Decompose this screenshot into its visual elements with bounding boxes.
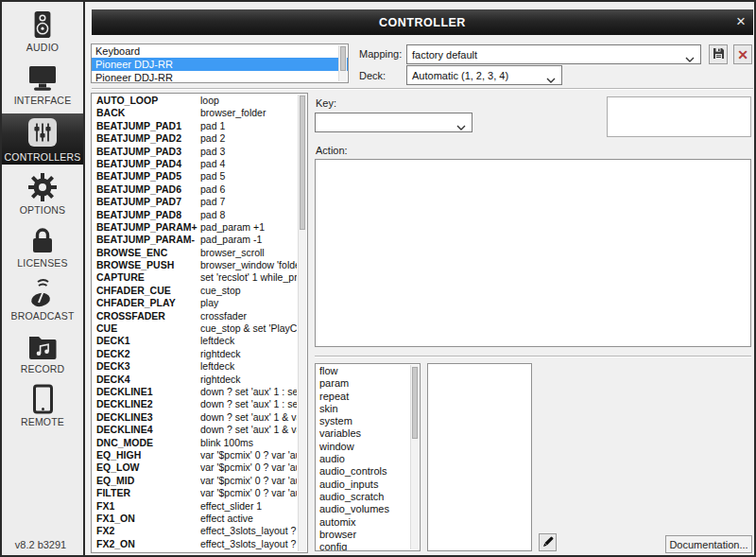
device-row[interactable]: Pioneer DDJ-RR — [92, 58, 348, 71]
control-mapping-row[interactable]: BEATJUMP_PAD6pad 6 — [92, 183, 297, 196]
category-row[interactable]: window — [316, 441, 409, 453]
control-mapping-row[interactable]: BEATJUMP_PAD4pad 4 — [92, 158, 297, 170]
sidebar-item-broadcast[interactable]: BROADCAST — [2, 276, 83, 323]
device-list[interactable]: KeyboardPioneer DDJ-RRPioneer DDJ-RR — [91, 44, 349, 83]
record-folder-icon — [26, 329, 59, 363]
control-mapping-row[interactable]: FILTERvar '$pcmix' 0 ? var 'au — [92, 487, 297, 499]
control-name: DECKLINE4 — [92, 424, 200, 436]
control-mapping-row[interactable]: DECKLINE2down ? set 'aux' 1 : set — [92, 398, 297, 410]
device-list-scrollbar[interactable] — [338, 45, 347, 81]
device-row[interactable]: Keyboard — [92, 44, 348, 58]
control-mapping-row[interactable]: CHFADER_PLAYplay — [92, 297, 297, 309]
action-input[interactable] — [315, 159, 751, 347]
sidebar-item-remote[interactable]: REMOTE — [2, 382, 83, 429]
control-mapping-row[interactable]: BACKbrowser_folder — [92, 107, 297, 119]
category-row[interactable]: audio_controls — [316, 465, 409, 478]
control-mapping-row[interactable]: BEATJUMP_PAD2pad 2 — [92, 132, 297, 145]
chevron-down-icon — [456, 121, 466, 132]
control-action: pad_param -1 — [200, 234, 297, 246]
sidebar-item-options[interactable]: OPTIONS — [2, 170, 83, 218]
sidebar-item-label: CONTROLLERS — [5, 151, 81, 165]
save-mapping-button[interactable] — [709, 44, 728, 64]
control-mapping-row[interactable]: BEATJUMP_PAD1pad 1 — [92, 120, 297, 132]
control-mapping-row[interactable]: BEATJUMP_PAD8pad 8 — [92, 209, 297, 221]
control-mapping-row[interactable]: BEATJUMP_PAD7pad 7 — [92, 196, 297, 208]
controls-list-rows: AUTO_LOOPloopBACKbrowser_folderBEATJUMP_… — [92, 95, 297, 550]
sidebar-item-audio[interactable]: AUDIO — [2, 8, 83, 55]
control-mapping-row[interactable]: CAPTUREset 'recslot' 1 while_pr — [92, 271, 297, 284]
category-row[interactable]: skin — [316, 403, 409, 415]
control-mapping-row[interactable]: CROSSFADERcrossfader — [92, 310, 297, 322]
controls-list[interactable]: AUTO_LOOPloopBACKbrowser_folderBEATJUMP_… — [91, 93, 308, 553]
category-row[interactable]: automix — [316, 516, 409, 529]
sidebar-item-label: REMOTE — [21, 416, 64, 429]
control-mapping-row[interactable]: DNC_MODEblink 100ms — [92, 437, 297, 449]
monitor-icon — [26, 61, 59, 95]
control-mapping-row[interactable]: EQ_MIDvar '$pcmix' 0 ? var 'au — [92, 475, 297, 487]
delete-mapping-button[interactable]: ✕ — [733, 44, 752, 64]
control-mapping-row[interactable]: BEATJUMP_PAD5pad 5 — [92, 170, 297, 183]
control-name: DECK4 — [92, 374, 200, 386]
mapping-select[interactable]: factory default — [406, 44, 701, 64]
control-mapping-row[interactable]: AUTO_LOOPloop — [92, 95, 297, 107]
control-mapping-row[interactable]: FX2effect_3slots_layout ? — [92, 525, 297, 537]
sub-action-list[interactable] — [427, 363, 532, 551]
category-row[interactable]: config — [316, 541, 409, 551]
close-icon[interactable]: × — [736, 12, 746, 31]
documentation-button[interactable]: Documentation... — [665, 535, 752, 553]
control-mapping-row[interactable]: FX2_ONeffect_3slots_layout ? — [92, 538, 297, 550]
category-row[interactable]: browser — [316, 529, 409, 541]
category-row[interactable]: audio — [316, 453, 409, 465]
control-mapping-row[interactable]: BROWSE_ENCbrowser_scroll — [92, 247, 297, 259]
key-select[interactable] — [315, 113, 472, 132]
control-mapping-row[interactable]: FX1effect_slider 1 — [92, 500, 297, 513]
sidebar-item-licenses[interactable]: LICENSES — [2, 223, 83, 270]
category-row[interactable]: audio_inputs — [316, 479, 409, 491]
sidebar-item-record[interactable]: RECORD — [2, 329, 83, 376]
control-mapping-row[interactable]: BEATJUMP_PAD3pad 3 — [92, 146, 297, 158]
control-mapping-row[interactable]: DECK2rightdeck — [92, 348, 297, 360]
control-mapping-row[interactable]: BEATJUMP_PARAM+pad_param +1 — [92, 221, 297, 234]
control-mapping-row[interactable]: EQ_LOWvar '$pcmix' 0 ? var 'au — [92, 461, 297, 474]
control-mapping-row[interactable]: BEATJUMP_PARAM-pad_param -1 — [92, 234, 297, 246]
control-name: DECK3 — [92, 360, 200, 373]
category-row[interactable]: system — [316, 415, 409, 427]
category-list[interactable]: flowparamrepeatskinsystemvariableswindow… — [315, 363, 421, 551]
control-mapping-row[interactable]: DECKLINE4down ? set 'aux' 1 & va — [92, 424, 297, 436]
edit-action-button[interactable] — [539, 533, 557, 551]
sidebar-item-controllers[interactable]: CONTROLLERS — [2, 113, 83, 165]
control-mapping-row[interactable]: EQ_HIGHvar '$pcmix' 0 ? var 'au — [92, 449, 297, 461]
control-mapping-row[interactable]: DECK3leftdeck — [92, 360, 297, 373]
category-list-scrollbar[interactable] — [410, 365, 419, 549]
deck-select[interactable]: Automatic (1, 2, 3, 4) — [406, 65, 562, 85]
sidebar-item-label: AUDIO — [26, 42, 59, 55]
category-row[interactable]: variables — [316, 427, 409, 440]
category-row[interactable]: audio_scratch — [316, 491, 409, 503]
category-row[interactable]: flow — [316, 365, 409, 377]
remote-icon — [30, 382, 56, 416]
category-row[interactable]: repeat — [316, 391, 409, 403]
device-row[interactable]: Pioneer DDJ-RR — [92, 71, 348, 83]
control-mapping-row[interactable]: CUEcue_stop & set 'PlayCl — [92, 322, 297, 335]
control-name: BEATJUMP_PARAM+ — [92, 221, 200, 234]
control-mapping-row[interactable]: DECKLINE1down ? set 'aux' 1 : set — [92, 386, 297, 398]
sidebar-item-label: OPTIONS — [20, 204, 66, 218]
control-name: FX2_ON — [92, 538, 200, 550]
control-action: set 'recslot' 1 while_pr — [200, 271, 297, 284]
category-row[interactable]: audio_volumes — [316, 503, 409, 515]
control-name: DECKLINE1 — [92, 386, 200, 398]
control-mapping-row[interactable]: BROWSE_PUSHbrowser_window 'folde — [92, 259, 297, 271]
control-name: CHFADER_CUE — [92, 285, 200, 297]
settings-sidebar: AUDIOINTERFACECONTROLLERSOPTIONSLICENSES… — [2, 2, 85, 555]
control-mapping-row[interactable]: DECKLINE3down ? set 'aux' 1 & va — [92, 411, 297, 424]
sidebar-item-interface[interactable]: INTERFACE — [2, 61, 83, 108]
controls-list-scrollbar[interactable] — [298, 95, 306, 551]
control-mapping-row[interactable]: CHFADER_CUEcue_stop — [92, 285, 297, 297]
control-mapping-row[interactable]: FX1_ONeffect active — [92, 513, 297, 525]
control-mapping-row[interactable]: DECK1leftdeck — [92, 335, 297, 347]
control-mapping-row[interactable]: DECK4rightdeck — [92, 374, 297, 386]
category-row[interactable]: param — [316, 377, 409, 390]
control-name: BACK — [92, 107, 200, 119]
control-action: effect_slider 1 — [200, 500, 297, 513]
control-name: DECK2 — [92, 348, 200, 360]
